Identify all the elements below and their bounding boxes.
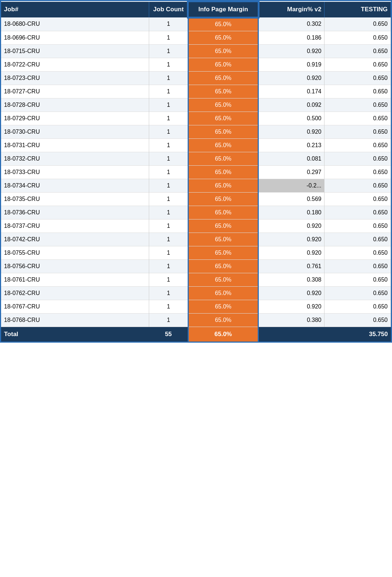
cell-marginv2: 0.920 bbox=[258, 72, 324, 85]
cell-marginv2: 0.920 bbox=[258, 233, 324, 246]
cell-jobcount: 1 bbox=[149, 139, 188, 152]
cell-testing: 0.650 bbox=[324, 246, 391, 260]
cell-jobcount: 1 bbox=[149, 45, 188, 58]
cell-testing: 0.650 bbox=[324, 31, 391, 45]
cell-jobcount: 1 bbox=[149, 152, 188, 166]
cell-margin: 65.0% bbox=[188, 219, 258, 233]
cell-margin: 65.0% bbox=[188, 260, 258, 273]
cell-testing: 0.650 bbox=[324, 72, 391, 85]
cell-jobid: 18-0768-CRU bbox=[1, 314, 149, 327]
table-row: 18-0761-CRU165.0%0.3080.650 bbox=[1, 273, 391, 287]
cell-marginv2: 0.500 bbox=[258, 112, 324, 125]
footer-margin: 65.0% bbox=[188, 327, 258, 342]
cell-marginv2: 0.920 bbox=[258, 219, 324, 233]
table-row: 18-0722-CRU165.0%0.9190.650 bbox=[1, 58, 391, 72]
cell-testing: 0.650 bbox=[324, 58, 391, 72]
cell-jobcount: 1 bbox=[149, 58, 188, 72]
cell-margin: 65.0% bbox=[188, 17, 258, 31]
table-row: 18-0730-CRU165.0%0.9200.650 bbox=[1, 125, 391, 139]
table-header-row: Job# Job Count Info Page Margin Margin% … bbox=[1, 2, 391, 17]
footer-marginv2 bbox=[258, 327, 324, 342]
cell-margin: 65.0% bbox=[188, 179, 258, 193]
cell-jobid: 18-0730-CRU bbox=[1, 125, 149, 139]
cell-margin: 65.0% bbox=[188, 166, 258, 179]
cell-jobcount: 1 bbox=[149, 72, 188, 85]
cell-margin: 65.0% bbox=[188, 85, 258, 98]
cell-margin: 65.0% bbox=[188, 193, 258, 206]
cell-margin: 65.0% bbox=[188, 139, 258, 152]
cell-marginv2: 0.920 bbox=[258, 125, 324, 139]
cell-jobid: 18-0762-CRU bbox=[1, 287, 149, 300]
cell-marginv2: 0.174 bbox=[258, 85, 324, 98]
table-row: 18-0762-CRU165.0%0.9200.650 bbox=[1, 287, 391, 300]
cell-testing: 0.650 bbox=[324, 287, 391, 300]
cell-marginv2: 0.092 bbox=[258, 98, 324, 112]
cell-testing: 0.650 bbox=[324, 17, 391, 31]
cell-jobcount: 1 bbox=[149, 31, 188, 45]
cell-testing: 0.650 bbox=[324, 273, 391, 287]
table-row: 18-0768-CRU165.0%0.3800.650 bbox=[1, 314, 391, 327]
table-row: 18-0734-CRU165.0%-0.2...0.650 bbox=[1, 179, 391, 193]
cell-marginv2: 0.302 bbox=[258, 17, 324, 31]
cell-jobcount: 1 bbox=[149, 246, 188, 260]
cell-margin: 65.0% bbox=[188, 300, 258, 314]
cell-marginv2: 0.919 bbox=[258, 58, 324, 72]
cell-testing: 0.650 bbox=[324, 166, 391, 179]
cell-margin: 65.0% bbox=[188, 45, 258, 58]
cell-jobcount: 1 bbox=[149, 273, 188, 287]
footer-testing: 35.750 bbox=[324, 327, 391, 342]
table-row: 18-0742-CRU165.0%0.9200.650 bbox=[1, 233, 391, 246]
cell-jobcount: 1 bbox=[149, 300, 188, 314]
cell-jobid: 18-0736-CRU bbox=[1, 206, 149, 219]
cell-testing: 0.650 bbox=[324, 300, 391, 314]
cell-jobid: 18-0756-CRU bbox=[1, 260, 149, 273]
cell-jobcount: 1 bbox=[149, 98, 188, 112]
table-row: 18-0732-CRU165.0%0.0810.650 bbox=[1, 152, 391, 166]
cell-margin: 65.0% bbox=[188, 112, 258, 125]
cell-margin: 65.0% bbox=[188, 31, 258, 45]
cell-margin: 65.0% bbox=[188, 72, 258, 85]
table-row: 18-0755-CRU165.0%0.9200.650 bbox=[1, 246, 391, 260]
cell-testing: 0.650 bbox=[324, 219, 391, 233]
cell-marginv2: 0.920 bbox=[258, 300, 324, 314]
cell-testing: 0.650 bbox=[324, 125, 391, 139]
cell-margin: 65.0% bbox=[188, 314, 258, 327]
cell-jobid: 18-0696-CRU bbox=[1, 31, 149, 45]
header-marginv2: Margin% v2 bbox=[258, 2, 324, 17]
table-row: 18-0727-CRU165.0%0.1740.650 bbox=[1, 85, 391, 98]
table-row: 18-0715-CRU165.0%0.9200.650 bbox=[1, 45, 391, 58]
cell-jobid: 18-0722-CRU bbox=[1, 58, 149, 72]
cell-marginv2: 0.380 bbox=[258, 314, 324, 327]
header-jobcount: Job Count bbox=[149, 2, 188, 17]
cell-testing: 0.650 bbox=[324, 85, 391, 98]
cell-jobid: 18-0767-CRU bbox=[1, 300, 149, 314]
cell-jobid: 18-0731-CRU bbox=[1, 139, 149, 152]
table-row: 18-0728-CRU165.0%0.0920.650 bbox=[1, 98, 391, 112]
cell-testing: 0.650 bbox=[324, 260, 391, 273]
table-row: 18-0737-CRU165.0%0.9200.650 bbox=[1, 219, 391, 233]
footer-jobcount: 55 bbox=[149, 327, 188, 342]
cell-jobcount: 1 bbox=[149, 85, 188, 98]
cell-margin: 65.0% bbox=[188, 58, 258, 72]
cell-jobcount: 1 bbox=[149, 206, 188, 219]
cell-marginv2: 0.920 bbox=[258, 246, 324, 260]
footer-label: Total bbox=[1, 327, 149, 342]
cell-jobid: 18-0737-CRU bbox=[1, 219, 149, 233]
cell-margin: 65.0% bbox=[188, 246, 258, 260]
data-table: Job# Job Count Info Page Margin Margin% … bbox=[0, 0, 392, 343]
cell-margin: 65.0% bbox=[188, 206, 258, 219]
table-row: 18-0729-CRU165.0%0.5000.650 bbox=[1, 112, 391, 125]
cell-jobid: 18-0735-CRU bbox=[1, 193, 149, 206]
cell-margin: 65.0% bbox=[188, 152, 258, 166]
table-row: 18-0736-CRU165.0%0.1800.650 bbox=[1, 206, 391, 219]
cell-jobcount: 1 bbox=[149, 125, 188, 139]
cell-jobid: 18-0729-CRU bbox=[1, 112, 149, 125]
cell-margin: 65.0% bbox=[188, 125, 258, 139]
table-row: 18-0680-CRU165.0%0.3020.650 bbox=[1, 17, 391, 31]
cell-marginv2: 0.920 bbox=[258, 287, 324, 300]
cell-marginv2: 0.761 bbox=[258, 260, 324, 273]
cell-jobcount: 1 bbox=[149, 260, 188, 273]
cell-testing: 0.650 bbox=[324, 314, 391, 327]
cell-jobid: 18-0680-CRU bbox=[1, 17, 149, 31]
cell-jobcount: 1 bbox=[149, 233, 188, 246]
